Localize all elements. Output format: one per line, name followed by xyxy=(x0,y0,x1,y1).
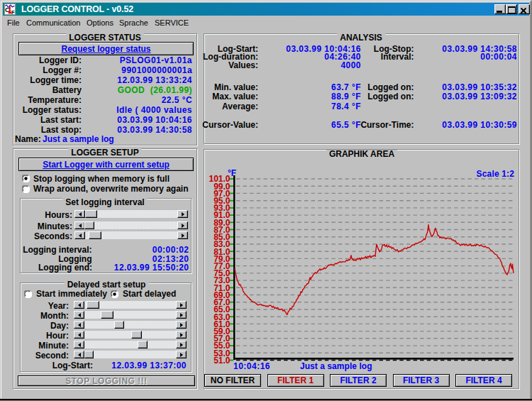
svg-text:Scale 1:2: Scale 1:2 xyxy=(477,169,515,179)
svg-text:°F: °F xyxy=(228,168,236,178)
svg-text:51.0: 51.0 xyxy=(214,356,231,366)
svg-text:F: F xyxy=(11,9,15,16)
svg-text:Just a sample log: Just a sample log xyxy=(300,361,372,371)
svg-text:10:04:16: 10:04:16 xyxy=(233,361,270,371)
